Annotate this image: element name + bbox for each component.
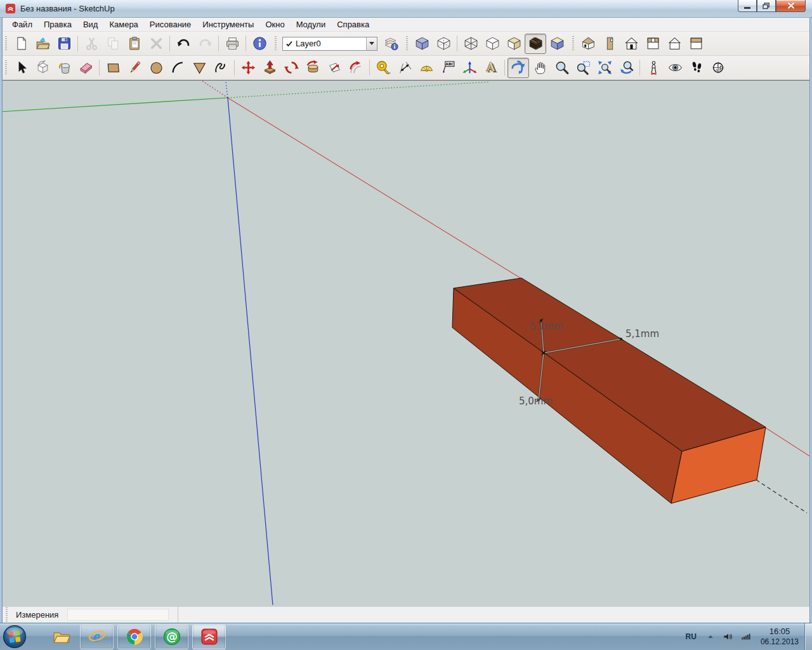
circle-button[interactable] <box>145 58 167 78</box>
taskbar-app-explorer[interactable] <box>47 625 76 649</box>
toolbar-grip[interactable] <box>275 36 277 51</box>
text-button[interactable]: ABC <box>437 58 459 78</box>
make-component-button[interactable] <box>32 58 53 78</box>
menu-item-file[interactable]: Файл <box>6 18 38 30</box>
menu-item-window[interactable]: Окно <box>259 18 290 30</box>
language-indicator[interactable]: RU <box>681 623 702 650</box>
hidden-icons-button[interactable] <box>702 623 719 650</box>
view-right-button[interactable] <box>642 34 664 54</box>
line-button[interactable] <box>124 58 145 78</box>
toolbar-group-principal: ABCAACA-5 <box>4 56 733 79</box>
taskbar-app-internet-explorer[interactable]: e <box>80 625 114 649</box>
shaded-button[interactable] <box>503 34 525 54</box>
toolbar-grip[interactable] <box>406 36 408 51</box>
dimension-label[interactable]: 5,0mm <box>519 395 553 407</box>
polygon-button[interactable] <box>188 58 210 78</box>
dimension-label[interactable]: 5,1mm <box>625 328 659 340</box>
push-pull-button[interactable] <box>259 58 280 78</box>
back-edges-button[interactable] <box>433 34 454 54</box>
look-around-button[interactable] <box>664 58 686 78</box>
taskbar-app-chrome[interactable] <box>117 625 151 649</box>
cut-button[interactable] <box>81 34 102 54</box>
pan-button[interactable] <box>529 58 551 78</box>
menu-item-plugins[interactable]: Модули <box>291 18 332 30</box>
dimension-label[interactable]: 5,1mm <box>530 321 563 332</box>
copy-button[interactable] <box>102 34 124 54</box>
xray-button[interactable] <box>411 34 433 54</box>
layer-manager-button[interactable] <box>380 34 402 54</box>
monochrome-button[interactable] <box>546 34 568 54</box>
show-desktop-button[interactable] <box>804 623 812 650</box>
model-viewport[interactable]: 5,1mm5,1mm5,0mm <box>0 81 812 607</box>
menu-item-help[interactable]: Справка <box>331 18 375 30</box>
position-camera-button[interactable] <box>643 58 664 78</box>
zoom-button[interactable] <box>551 58 572 78</box>
view-front-button[interactable] <box>620 34 642 54</box>
open-button[interactable] <box>32 34 53 54</box>
arc-button[interactable] <box>167 58 188 78</box>
menu-item-draw[interactable]: Рисование <box>144 18 197 30</box>
view-iso-icon <box>580 36 596 51</box>
toolbar-separator <box>639 60 640 76</box>
restore-button[interactable] <box>757 0 776 12</box>
taskbar-app-sketchup[interactable] <box>192 625 226 649</box>
redo-button[interactable] <box>194 34 216 54</box>
toolbar-separator <box>169 36 170 51</box>
paint-bucket-button[interactable] <box>53 58 75 78</box>
taskbar-app-mailru-agent[interactable]: @ <box>155 625 188 649</box>
save-button[interactable] <box>53 34 75 54</box>
tape-measure-button[interactable] <box>372 58 394 78</box>
print-button[interactable] <box>221 34 243 54</box>
menu-item-camera[interactable]: Камера <box>103 18 143 30</box>
start-button[interactable] <box>0 623 29 650</box>
freehand-button[interactable] <box>210 58 232 78</box>
menu-item-view[interactable]: Вид <box>77 18 104 30</box>
section-plane-button[interactable]: CA-5 <box>707 58 729 78</box>
select-button[interactable] <box>10 58 32 78</box>
zoom-extents-button[interactable] <box>594 58 615 78</box>
drawing-canvas[interactable]: 5,1mm5,1mm5,0mm <box>0 80 812 606</box>
axes-button[interactable] <box>459 58 480 78</box>
view-left-button[interactable] <box>685 34 707 54</box>
hidden-line-button[interactable] <box>481 34 503 54</box>
walk-button[interactable] <box>686 58 707 78</box>
offset-button[interactable] <box>345 58 367 78</box>
model-info-button[interactable] <box>249 34 270 54</box>
rectangle-button[interactable] <box>102 58 124 78</box>
measurements-value-box[interactable] <box>67 609 169 621</box>
protractor-button[interactable] <box>416 58 437 78</box>
toolbar-grip[interactable] <box>5 36 7 51</box>
close-button[interactable] <box>776 0 806 12</box>
delete-button[interactable] <box>145 34 167 54</box>
move-button[interactable] <box>237 58 259 78</box>
dimension-button[interactable] <box>394 58 416 78</box>
toolbar-grip[interactable] <box>5 60 7 76</box>
follow-me-button[interactable] <box>302 58 324 78</box>
menu-item-edit[interactable]: Правка <box>38 18 77 30</box>
zoom-previous-button[interactable] <box>615 58 637 78</box>
layer-combo[interactable]: Layer0 <box>282 37 377 51</box>
new-button[interactable] <box>10 34 32 54</box>
statusbar-grip[interactable] <box>6 607 8 623</box>
rotate-button[interactable] <box>280 58 302 78</box>
layer-combo-dropdown-button[interactable] <box>366 37 377 50</box>
volume-icon[interactable] <box>719 623 737 650</box>
3d-text-button[interactable]: AA <box>480 58 502 78</box>
eraser-button[interactable] <box>75 58 96 78</box>
toolbar-grip[interactable] <box>572 36 574 51</box>
paste-button[interactable] <box>124 34 145 54</box>
wireframe-button[interactable] <box>460 34 481 54</box>
view-back-button[interactable] <box>664 34 685 54</box>
zoom-window-button[interactable] <box>572 58 594 78</box>
clock[interactable]: 16:05 06.12.2013 <box>755 627 804 646</box>
minimize-button[interactable] <box>738 0 757 12</box>
menu-item-tools[interactable]: Инструменты <box>197 18 259 30</box>
orbit-button[interactable] <box>508 58 529 78</box>
scale-button[interactable] <box>324 58 345 78</box>
view-iso-button[interactable] <box>577 34 599 54</box>
undo-button[interactable] <box>173 34 194 54</box>
view-top-button[interactable] <box>599 34 620 54</box>
network-icon[interactable] <box>737 623 755 650</box>
protractor-icon <box>419 60 435 76</box>
shaded-with-textures-button[interactable] <box>525 34 546 54</box>
